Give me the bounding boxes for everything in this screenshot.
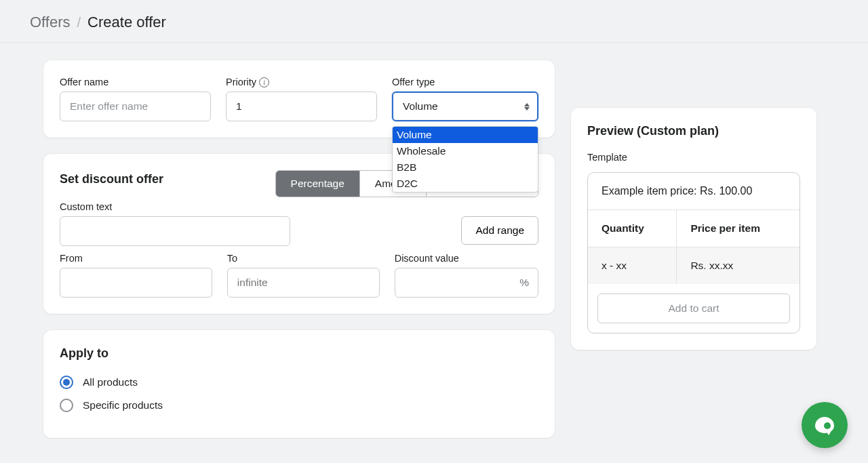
preview-template-label: Template: [587, 152, 800, 163]
breadcrumb: Offers / Create offer: [30, 14, 838, 31]
tab-percentage[interactable]: Percentage: [276, 171, 360, 197]
radio-specific-products-label: Specific products: [83, 399, 163, 411]
preview-cell-price: Rs. xx.xx: [677, 247, 800, 285]
offer-basic-card: Offer name Priority i Offer type: [43, 60, 555, 138]
from-label: From: [60, 253, 212, 264]
breadcrumb-sep: /: [77, 15, 81, 31]
dropdown-item-d2c[interactable]: D2C: [393, 176, 538, 192]
offer-name-label: Offer name: [60, 77, 211, 87]
priority-label: Priority i: [226, 77, 377, 87]
discount-value-label: Discount value: [395, 253, 538, 264]
chat-fab[interactable]: [802, 402, 848, 448]
from-field: From: [60, 253, 212, 298]
preview-example-price: Example item price: Rs. 100.00: [588, 173, 800, 209]
from-input[interactable]: [60, 268, 212, 298]
apply-to-card: Apply to All products Specific products: [43, 330, 555, 438]
add-range-button[interactable]: Add range: [461, 216, 538, 245]
to-input[interactable]: [227, 268, 380, 298]
preview-box: Example item price: Rs. 100.00 Quantity …: [587, 172, 800, 334]
table-row: x - xx Rs. xx.xx: [588, 247, 800, 285]
dropdown-item-volume[interactable]: Volume: [393, 127, 538, 143]
discount-title: Set discount offer: [60, 172, 163, 186]
offer-type-dropdown: Volume Wholesale B2B D2C: [392, 126, 538, 193]
radio-all-products-row[interactable]: All products: [60, 376, 538, 389]
dropdown-item-b2b[interactable]: B2B: [393, 159, 538, 176]
offer-name-field: Offer name: [60, 77, 211, 121]
to-field: To: [227, 253, 380, 298]
priority-label-text: Priority: [226, 77, 256, 87]
apply-to-title: Apply to: [60, 346, 538, 361]
offer-type-field: Offer type Volume Volume: [392, 77, 538, 121]
dropdown-item-wholesale[interactable]: Wholesale: [393, 143, 538, 159]
offer-type-select[interactable]: Volume: [392, 92, 538, 121]
radio-specific-products-row[interactable]: Specific products: [60, 399, 538, 412]
priority-input[interactable]: [226, 92, 377, 121]
offer-name-input[interactable]: [60, 92, 211, 121]
to-label: To: [227, 253, 380, 264]
breadcrumb-current: Create offer: [87, 14, 166, 31]
info-icon[interactable]: i: [259, 77, 269, 87]
offer-type-selected: Volume: [403, 100, 438, 113]
add-to-cart-button[interactable]: Add to cart: [597, 294, 790, 323]
discount-value-field: Discount value %: [395, 253, 538, 298]
radio-all-products-label: All products: [83, 376, 138, 388]
page-header: Offers / Create offer: [0, 0, 868, 43]
preview-title: Preview (Custom plan): [587, 124, 800, 138]
preview-table: Quantity Price per item x - xx Rs. xx.xx: [588, 209, 800, 284]
offer-type-label: Offer type: [392, 77, 538, 87]
priority-field: Priority i: [226, 77, 377, 121]
radio-all-products[interactable]: [60, 376, 73, 389]
select-arrows-icon: [522, 100, 532, 113]
preview-cell-qty: x - xx: [588, 247, 677, 285]
radio-specific-products[interactable]: [60, 399, 73, 412]
custom-text-label: Custom text: [60, 201, 538, 212]
percent-suffix: %: [519, 277, 529, 289]
preview-col-quantity: Quantity: [588, 210, 677, 247]
chat-icon: [815, 417, 834, 433]
breadcrumb-prev[interactable]: Offers: [30, 14, 71, 31]
preview-col-price: Price per item: [677, 210, 800, 247]
preview-card: Preview (Custom plan) Template Example i…: [571, 108, 816, 350]
discount-value-input[interactable]: [395, 268, 538, 298]
